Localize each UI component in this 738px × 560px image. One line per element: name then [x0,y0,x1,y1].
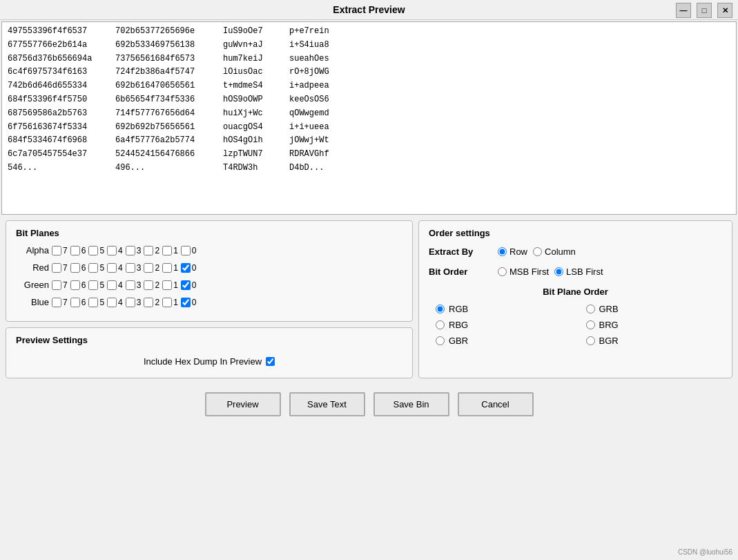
bit-checkbox-red-4[interactable]: 4 [107,263,123,273]
channel-label-red: Red [16,262,49,273]
bit-checkbox-green-6[interactable]: 6 [70,280,86,290]
bit-checkbox-blue-5[interactable]: 5 [88,298,104,307]
bit-row-red: Red76543210 [16,262,402,273]
bit-input-red-0[interactable] [181,263,191,273]
msb-first-option[interactable]: MSB First [498,267,549,277]
bit-input-green-3[interactable] [126,280,135,290]
bit-input-green-5[interactable] [88,280,98,290]
bit-checkbox-alpha-4[interactable]: 4 [107,246,123,255]
bit-input-green-2[interactable] [144,280,153,290]
left-panel: Bit Planes Alpha76543210Red76543210Green… [6,220,413,378]
bit-checkbox-blue-6[interactable]: 6 [70,298,86,307]
bit-checkbox-green-4[interactable]: 4 [107,280,123,290]
hex-preview-area[interactable]: 497553396f4f6537702b65377265696eIuS9oOe7… [1,21,737,215]
bit-input-blue-0[interactable] [181,298,191,307]
bit-checkbox-blue-3[interactable]: 3 [126,298,142,307]
bit-checkbox-alpha-3[interactable]: 3 [126,246,142,255]
bit-checkbox-green-7[interactable]: 7 [52,280,68,290]
bit-input-red-2[interactable] [144,263,153,273]
bpo-radio-grb[interactable] [586,305,595,313]
bpo-option-brg[interactable]: BRG [586,320,723,330]
bit-checkbox-red-1[interactable]: 1 [162,263,178,273]
bit-checkbox-green-1[interactable]: 1 [162,280,178,290]
bit-checkbox-green-3[interactable]: 3 [126,280,142,290]
bit-input-blue-4[interactable] [107,298,117,307]
bit-input-alpha-4[interactable] [107,246,117,255]
window-controls: — □ ✕ [676,3,732,18]
bpo-option-bgr[interactable]: BGR [586,336,723,346]
lsb-first-option[interactable]: LSB First [554,267,603,277]
bit-input-red-7[interactable] [52,263,61,273]
bit-input-blue-6[interactable] [70,298,80,307]
bit-checkbox-alpha-1[interactable]: 1 [162,246,178,255]
bit-checkbox-red-5[interactable]: 5 [88,263,104,273]
bit-input-green-0[interactable] [181,280,191,290]
bit-input-red-4[interactable] [107,263,117,273]
msb-first-radio[interactable] [498,267,507,276]
bit-checkbox-blue-7[interactable]: 7 [52,298,68,307]
minimize-button[interactable]: — [676,3,691,18]
bit-input-blue-7[interactable] [52,298,61,307]
bit-input-red-5[interactable] [88,263,98,273]
bit-input-red-3[interactable] [126,263,135,273]
bit-input-blue-1[interactable] [162,298,172,307]
bit-checkbox-green-5[interactable]: 5 [88,280,104,290]
bit-checkbox-blue-0[interactable]: 0 [181,298,197,307]
save-bin-button[interactable]: Save Bin [373,392,449,416]
bit-checkbox-alpha-6[interactable]: 6 [70,246,86,255]
bit-checkbox-red-7[interactable]: 7 [52,263,68,273]
extract-by-column-option[interactable]: Column [533,247,576,257]
bit-checkbox-alpha-5[interactable]: 5 [88,246,104,255]
bpo-option-rbg[interactable]: RBG [436,320,572,330]
bit-input-alpha-1[interactable] [162,246,172,255]
bit-input-blue-3[interactable] [126,298,135,307]
bit-input-alpha-7[interactable] [52,246,61,255]
save-text-button[interactable]: Save Text [289,392,365,416]
bit-input-green-7[interactable] [52,280,61,290]
preview-line: 742b6d646d655334692b616470656561t+mdmeS4… [8,79,730,93]
include-hex-dump-label[interactable]: Include Hex Dump In Preview [144,356,275,367]
bit-input-blue-5[interactable] [88,298,98,307]
bit-checkbox-red-2[interactable]: 2 [144,263,159,273]
bit-checkbox-blue-4[interactable]: 4 [107,298,123,307]
bit-input-alpha-5[interactable] [88,246,98,255]
bpo-option-gbr[interactable]: GBR [436,336,572,346]
extract-by-row-option[interactable]: Row [498,247,527,257]
bit-checkbox-red-6[interactable]: 6 [70,263,86,273]
bit-checkbox-alpha-2[interactable]: 2 [144,246,159,255]
preview-button[interactable]: Preview [205,392,281,416]
bit-checkbox-red-0[interactable]: 0 [181,263,197,273]
bit-input-alpha-3[interactable] [126,246,135,255]
bit-checkbox-alpha-7[interactable]: 7 [52,246,68,255]
bpo-radio-bgr[interactable] [586,336,595,345]
bit-input-green-4[interactable] [107,280,117,290]
bit-checkbox-green-0[interactable]: 0 [181,280,197,290]
bit-input-green-6[interactable] [70,280,80,290]
bit-input-red-1[interactable] [162,263,172,273]
bit-input-blue-2[interactable] [144,298,153,307]
bpo-option-grb[interactable]: GRB [586,304,723,314]
bpo-option-rgb[interactable]: RGB [436,304,572,314]
close-button[interactable]: ✕ [717,3,732,18]
bit-input-green-1[interactable] [162,280,172,290]
bit-checkbox-blue-2[interactable]: 2 [144,298,159,307]
bit-checkbox-green-2[interactable]: 2 [144,280,159,290]
include-hex-dump-checkbox[interactable] [266,357,275,366]
bit-checkbox-alpha-0[interactable]: 0 [181,246,197,255]
window-title: Extract Preview [333,4,405,15]
bit-input-alpha-0[interactable] [181,246,191,255]
bit-checkbox-red-3[interactable]: 3 [126,263,142,273]
bpo-radio-brg[interactable] [586,320,595,329]
bpo-radio-gbr[interactable] [436,336,445,345]
maximize-button[interactable]: □ [697,3,712,18]
bit-input-red-6[interactable] [70,263,80,273]
lsb-first-radio[interactable] [554,267,563,276]
bit-input-alpha-6[interactable] [70,246,80,255]
bit-input-alpha-2[interactable] [144,246,153,255]
bpo-radio-rgb[interactable] [436,305,445,313]
bpo-radio-rbg[interactable] [436,320,445,329]
bit-checkbox-blue-1[interactable]: 1 [162,298,178,307]
cancel-button[interactable]: Cancel [458,392,534,416]
extract-by-row-radio[interactable] [498,247,507,256]
extract-by-column-radio[interactable] [533,247,542,256]
